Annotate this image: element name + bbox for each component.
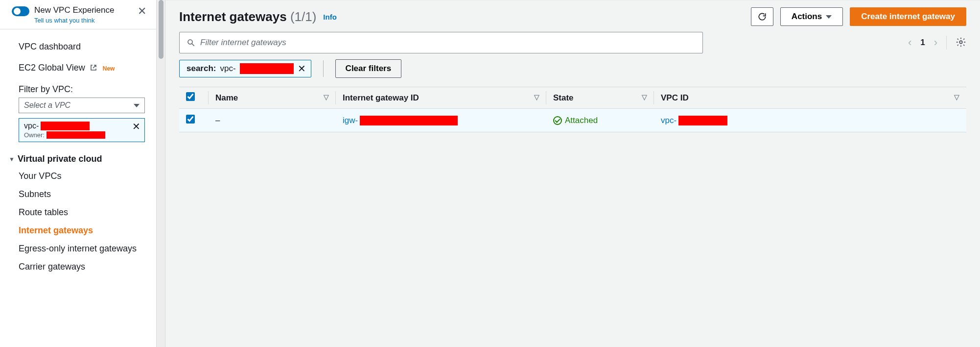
vpc-filter-chip: vpc- Owner: ✕ <box>19 118 145 142</box>
search-row: Filter internet gateways ‹ 1 › <box>179 32 966 53</box>
dropdown-caret-icon <box>134 104 140 107</box>
sidebar-body: VPC dashboard EC2 Global View New Filter… <box>0 29 156 276</box>
gear-icon <box>956 37 966 48</box>
search-placeholder: Filter internet gateways <box>200 38 286 48</box>
search-chip-remove-icon[interactable]: ✕ <box>298 64 306 74</box>
page-next-icon[interactable]: › <box>934 36 937 49</box>
search-chip-label: search: <box>187 64 216 74</box>
page-current: 1 <box>920 38 925 48</box>
col-name-label: Name <box>215 93 238 102</box>
search-input[interactable]: Filter internet gateways <box>179 32 703 53</box>
page-count: (1/1) <box>290 9 316 24</box>
sort-icon: ▽ <box>534 93 539 101</box>
svg-point-0 <box>188 40 192 44</box>
section-caret-icon: ▼ <box>9 156 15 163</box>
section-title: Virtual private cloud <box>18 154 102 164</box>
status-badge: Attached <box>553 116 647 125</box>
nav-carrier-gateways[interactable]: Carrier gateways <box>19 258 144 276</box>
sidebar-item-ec2-global[interactable]: EC2 Global View New <box>19 57 144 78</box>
col-state-label: State <box>553 93 574 102</box>
filter-chips-row: search: vpc- ✕ Clear filters <box>179 59 966 78</box>
page-prev-icon[interactable]: ‹ <box>908 36 911 49</box>
new-experience-title: New VPC Experience <box>34 5 114 16</box>
feedback-link[interactable]: Tell us what you think <box>34 17 114 24</box>
search-chip-prefix: vpc- <box>220 64 235 74</box>
col-igw-id[interactable]: Internet gateway ID ▽ <box>336 87 546 109</box>
vpc-chip-remove-icon[interactable]: ✕ <box>132 122 140 131</box>
svg-line-1 <box>192 44 194 46</box>
col-state[interactable]: State ▽ <box>546 87 654 109</box>
create-internet-gateway-button[interactable]: Create internet gateway <box>850 7 966 26</box>
sidebar: New VPC Experience Tell us what you thin… <box>0 0 157 347</box>
clear-filters-button[interactable]: Clear filters <box>335 59 402 78</box>
sidebar-header: New VPC Experience Tell us what you thin… <box>0 0 156 29</box>
internet-gateways-table: Name ▽ Internet gateway ID ▽ State ▽ V <box>179 87 966 132</box>
col-name[interactable]: Name ▽ <box>209 87 336 109</box>
row-checkbox[interactable] <box>186 115 195 124</box>
cell-state: Attached <box>546 109 654 132</box>
table-wrap: Name ▽ Internet gateway ID ▽ State ▽ V <box>179 87 966 132</box>
new-experience-toggle[interactable] <box>12 6 29 16</box>
vpc-id-redacted <box>678 116 727 125</box>
cell-vpc-id: vpc- <box>654 109 966 132</box>
pager-separator <box>946 36 947 50</box>
external-link-icon <box>90 62 97 70</box>
actions-caret-icon <box>826 15 832 19</box>
refresh-button[interactable] <box>751 7 773 26</box>
vpc-chip-prefix: vpc- <box>24 122 39 130</box>
search-chip-redacted <box>240 63 294 74</box>
vpc-chip-owner-label: Owner: <box>24 131 45 139</box>
actions-label: Actions <box>792 12 822 22</box>
col-vpc-label: VPC ID <box>661 93 689 102</box>
pagination: ‹ 1 › <box>908 36 966 50</box>
select-all-checkbox[interactable] <box>186 92 195 101</box>
nav-your-vpcs[interactable]: Your VPCs <box>19 167 144 185</box>
table-row[interactable]: – igw- Attached <box>179 109 966 132</box>
vpc-select-placeholder: Select a VPC <box>24 101 70 110</box>
search-filter-chip: search: vpc- ✕ <box>179 60 311 77</box>
table-header-row: Name ▽ Internet gateway ID ▽ State ▽ V <box>179 87 966 109</box>
settings-button[interactable] <box>956 37 966 49</box>
vpc-chip-owner-redacted <box>47 131 105 139</box>
new-badge: New <box>103 65 115 72</box>
sidebar-scrollbar[interactable] <box>157 0 165 347</box>
nav-internet-gateways[interactable]: Internet gateways <box>19 222 144 240</box>
status-check-icon <box>553 116 562 125</box>
info-link[interactable]: Info <box>323 13 337 21</box>
status-text: Attached <box>565 116 598 125</box>
cell-select <box>179 109 209 132</box>
nav-subnets[interactable]: Subnets <box>19 185 144 203</box>
page-title-text: Internet gateways <box>179 9 287 24</box>
col-igw-label: Internet gateway ID <box>343 93 419 102</box>
vpc-select[interactable]: Select a VPC <box>19 98 145 113</box>
sort-icon: ▽ <box>642 93 647 101</box>
filter-by-vpc-label: Filter by VPC: <box>19 78 144 98</box>
igw-id-link[interactable]: igw- <box>343 116 358 125</box>
search-icon <box>187 38 195 47</box>
nav-route-tables[interactable]: Route tables <box>19 203 144 222</box>
col-vpc-id[interactable]: VPC ID ▽ <box>654 87 966 109</box>
page-title: Internet gateways (1/1) <box>179 9 316 25</box>
sort-icon: ▽ <box>954 93 959 101</box>
sidebar-close-icon[interactable]: ✕ <box>136 5 148 18</box>
nav-egress-only-igw[interactable]: Egress-only internet gateways <box>19 240 144 258</box>
cell-name: – <box>209 109 336 132</box>
section-virtual-private-cloud[interactable]: ▼ Virtual private cloud <box>9 142 144 167</box>
main-panel: Internet gateways (1/1) Info Actions Cre… <box>165 0 980 347</box>
scrollbar-thumb[interactable] <box>159 0 163 59</box>
chip-separator <box>323 60 324 77</box>
header-actions: Actions Create internet gateway <box>751 7 966 26</box>
col-select-all <box>179 87 209 109</box>
vpc-id-link[interactable]: vpc- <box>661 116 677 125</box>
igw-id-redacted <box>360 116 458 125</box>
actions-button[interactable]: Actions <box>780 7 843 26</box>
ec2-global-label: EC2 Global View <box>19 63 85 73</box>
refresh-icon <box>757 12 767 22</box>
vpc-chip-redacted <box>41 122 90 130</box>
svg-point-2 <box>959 41 962 44</box>
page-header: Internet gateways (1/1) Info Actions Cre… <box>179 7 966 26</box>
cell-igw-id: igw- <box>336 109 546 132</box>
sort-icon: ▽ <box>324 93 329 101</box>
sidebar-item-vpc-dashboard[interactable]: VPC dashboard <box>19 36 144 57</box>
